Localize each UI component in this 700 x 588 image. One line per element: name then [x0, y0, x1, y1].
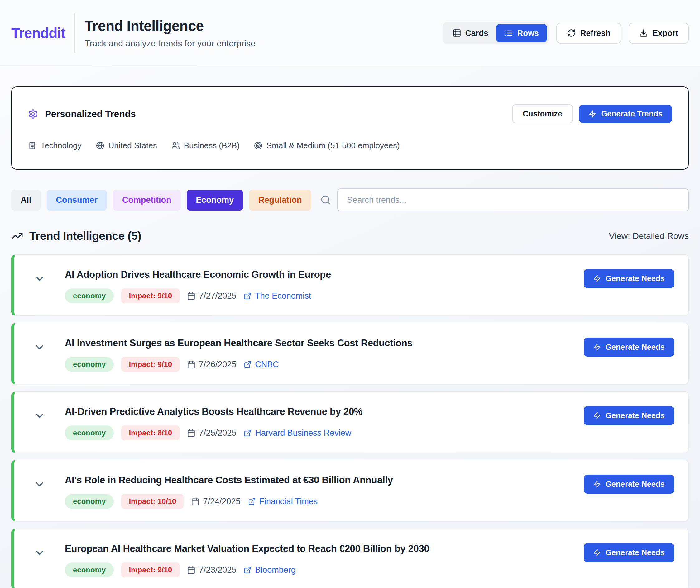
filter-row: AllConsumerCompetitionEconomyRegulation — [11, 188, 689, 211]
impact-badge: Impact: 9/10 — [121, 357, 179, 372]
trend-row: AI Adoption Drives Healthcare Economic G… — [11, 254, 689, 316]
brand-area: Trenddit Trend Intelligence Track and an… — [11, 13, 255, 53]
refresh-button[interactable]: Refresh — [556, 23, 621, 44]
source-link[interactable]: Financial Times — [248, 497, 318, 506]
trend-date-text: 7/27/2025 — [199, 291, 236, 301]
meta-label: Small & Medium (51-500 employees) — [266, 141, 400, 150]
trending-up-icon — [11, 230, 23, 242]
trend-date: 7/26/2025 — [187, 360, 236, 369]
generate-needs-button[interactable]: Generate Needs — [584, 338, 674, 357]
download-icon — [639, 29, 648, 37]
expand-trend-button[interactable] — [34, 547, 45, 559]
filter-pill-consumer[interactable]: Consumer — [47, 190, 107, 211]
source-link[interactable]: The Economist — [244, 291, 311, 301]
trend-title: European AI Healthcare Market Valuation … — [65, 543, 584, 554]
trend-date-text: 7/23/2025 — [199, 565, 236, 575]
expand-trend-button[interactable] — [34, 410, 45, 422]
filter-pill-regulation[interactable]: Regulation — [249, 190, 311, 211]
calendar-icon — [187, 566, 195, 574]
view-toggle-rows[interactable]: Rows — [496, 24, 547, 42]
rows-label: Rows — [517, 28, 539, 38]
generate-needs-button[interactable]: Generate Needs — [584, 543, 674, 562]
generate-trends-button[interactable]: Generate Trends — [579, 105, 672, 123]
trend-rows: AI Adoption Drives Healthcare Economic G… — [11, 254, 689, 588]
chevron-down-icon — [34, 547, 45, 559]
trend-date-text: 7/25/2025 — [199, 428, 236, 438]
refresh-icon — [567, 29, 576, 37]
impact-badge: Impact: 9/10 — [121, 562, 179, 577]
trend-row: AI-Driven Predictive Analytics Boosts He… — [11, 391, 689, 453]
personalization-meta-item: Small & Medium (51-500 employees) — [254, 141, 400, 150]
trend-row: AI Investment Surges as European Healthc… — [11, 323, 689, 384]
brand-divider — [74, 13, 75, 53]
personalization-meta-item: Technology — [28, 141, 82, 150]
zap-icon — [593, 412, 601, 420]
toolbar: Cards Rows Refresh Export — [443, 22, 689, 44]
page-title: Trend Intelligence — [84, 17, 255, 34]
personalization-meta: Technology United States Business (B2B) … — [28, 141, 672, 150]
page-subtitle: Track and analyze trends for your enterp… — [84, 39, 255, 49]
source-name: Bloomberg — [255, 565, 296, 575]
filter-pill-all[interactable]: All — [11, 190, 41, 211]
source-link[interactable]: Bloomberg — [244, 565, 296, 575]
expand-trend-button[interactable] — [34, 341, 45, 353]
customize-label: Customize — [523, 109, 562, 118]
personalized-trends-title: Personalized Trends — [45, 109, 136, 119]
trend-row: European AI Healthcare Market Valuation … — [11, 529, 689, 588]
external-link-icon — [244, 566, 251, 574]
trend-title: AI-Driven Predictive Analytics Boosts He… — [65, 406, 584, 417]
export-button[interactable]: Export — [629, 23, 689, 44]
export-label: Export — [653, 28, 678, 38]
zap-icon — [593, 275, 601, 282]
refresh-label: Refresh — [580, 28, 611, 38]
chevron-down-icon — [34, 410, 45, 422]
globe-icon — [96, 141, 104, 150]
view-toggle-cards[interactable]: Cards — [445, 24, 497, 42]
generate-needs-label: Generate Needs — [606, 480, 665, 489]
trend-date: 7/27/2025 — [187, 291, 236, 301]
target-icon — [254, 141, 262, 150]
trend-date: 7/23/2025 — [187, 565, 236, 575]
external-link-icon — [244, 429, 251, 437]
expand-trend-button[interactable] — [34, 478, 45, 490]
section-title: Trend Intelligence (5) — [29, 230, 141, 243]
view-mode-label: View: Detailed Rows — [609, 231, 689, 241]
personalization-meta-item: Business (B2B) — [171, 141, 240, 150]
generate-needs-button[interactable]: Generate Needs — [584, 475, 674, 494]
generate-needs-label: Generate Needs — [606, 343, 665, 352]
search-input[interactable] — [337, 188, 689, 211]
trend-date: 7/24/2025 — [191, 497, 240, 506]
customize-button[interactable]: Customize — [512, 104, 573, 123]
external-link-icon — [244, 292, 251, 300]
source-link[interactable]: Harvard Business Review — [244, 428, 351, 438]
generate-needs-label: Generate Needs — [606, 411, 665, 420]
generate-needs-button[interactable]: Generate Needs — [584, 406, 674, 425]
filter-pill-economy[interactable]: Economy — [187, 190, 243, 211]
meta-label: United States — [108, 141, 157, 150]
app-logo: Trenddit — [11, 25, 65, 41]
chevron-down-icon — [34, 341, 45, 353]
trend-title: AI Investment Surges as European Healthc… — [65, 338, 584, 349]
external-link-icon — [244, 361, 251, 368]
calendar-icon — [187, 292, 195, 300]
trend-date: 7/25/2025 — [187, 428, 236, 438]
zap-icon — [593, 549, 601, 557]
category-badge: economy — [65, 425, 114, 440]
calendar-icon — [187, 360, 195, 369]
impact-badge: Impact: 10/10 — [121, 494, 183, 509]
external-link-icon — [248, 498, 256, 505]
main-content: Personalized Trends Customize Generate T… — [0, 66, 700, 588]
expand-trend-button[interactable] — [34, 273, 45, 285]
category-badge: economy — [65, 562, 114, 577]
section-head: Trend Intelligence (5) View: Detailed Ro… — [11, 230, 689, 243]
generate-needs-label: Generate Needs — [606, 274, 665, 283]
category-badge: economy — [65, 494, 114, 509]
generate-needs-button[interactable]: Generate Needs — [584, 269, 674, 288]
chevron-down-icon — [34, 478, 45, 490]
search-icon — [320, 195, 331, 205]
trend-title: AI's Role in Reducing Healthcare Costs E… — [65, 475, 584, 486]
building-icon — [28, 141, 36, 150]
filter-pill-competition[interactable]: Competition — [113, 190, 180, 211]
source-link[interactable]: CNBC — [244, 360, 279, 369]
list-icon — [504, 29, 513, 37]
